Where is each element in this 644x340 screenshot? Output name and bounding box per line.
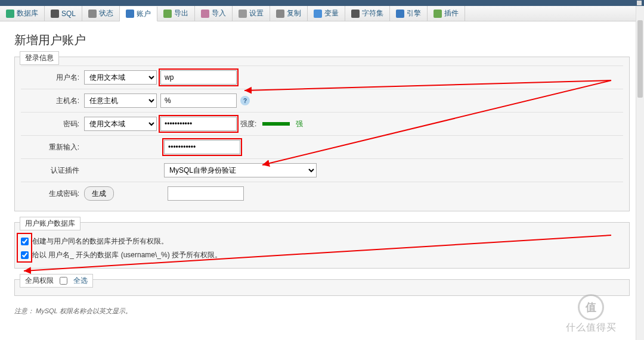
- user-db-fieldset: 用户账户数据库 创建与用户同名的数据库并授予所有权限。 给以 用户名_ 开头的数…: [14, 222, 630, 269]
- tab-label: 变量: [324, 8, 339, 18]
- tab-label: 复制: [287, 8, 301, 18]
- create-samename-db-label: 创建与用户同名的数据库并授予所有权限。: [32, 236, 168, 247]
- global-priv-title: 全局权限: [25, 276, 54, 286]
- tab-replication[interactable]: 复制: [270, 6, 308, 21]
- username-mode-select[interactable]: 使用文本域: [84, 70, 157, 85]
- tab-label: 引擎: [407, 8, 421, 18]
- database-icon: [6, 10, 14, 18]
- auth-label: 认证插件: [21, 166, 84, 176]
- charset-icon: [351, 10, 360, 18]
- engine-icon: [396, 10, 404, 18]
- page-content: 新增用户账户 登录信息 用户名: 使用文本域 主机名: 任意主机 ? 密码: 使…: [0, 21, 644, 322]
- generated-password-input[interactable]: [168, 186, 244, 201]
- strength-meter: [262, 122, 290, 126]
- watermark: 值 什么值得买: [546, 294, 636, 334]
- host-label: 主机名:: [21, 96, 84, 106]
- tab-engines[interactable]: 引擎: [390, 6, 428, 21]
- copy-icon: [276, 10, 284, 18]
- grant-prefix-db-label: 给以 用户名_ 开头的数据库 (username\_%) 授予所有权限。: [32, 250, 222, 260]
- tab-import[interactable]: 导入: [195, 6, 233, 21]
- window-titlebar: [0, 0, 644, 6]
- users-icon: [126, 10, 134, 18]
- username-input[interactable]: [160, 70, 237, 85]
- tab-status[interactable]: 状态: [82, 6, 120, 21]
- auth-plugin-select[interactable]: MySQL自带身份验证: [164, 163, 317, 177]
- export-icon: [163, 10, 172, 18]
- tab-label: 账户: [137, 9, 151, 19]
- login-legend: 登录信息: [20, 51, 59, 65]
- privilege-note: 注意： MySQL 权限名称会以英文显示。: [14, 307, 630, 316]
- plugin-icon: [434, 10, 442, 18]
- watermark-icon: 值: [578, 294, 604, 320]
- tab-export[interactable]: 导出: [157, 6, 195, 21]
- import-icon: [201, 10, 209, 18]
- tab-label: 插件: [444, 8, 459, 18]
- annotation-box: [18, 235, 30, 261]
- retype-label: 重新输入:: [21, 142, 84, 152]
- user-db-legend: 用户账户数据库: [20, 217, 80, 230]
- tab-database[interactable]: 数据库: [0, 6, 45, 21]
- help-icon[interactable]: ?: [240, 96, 250, 105]
- select-all-label[interactable]: 全选: [73, 276, 88, 286]
- tab-accounts[interactable]: 账户: [120, 7, 157, 21]
- username-label: 用户名:: [21, 73, 84, 83]
- tab-label: 字符集: [362, 8, 383, 18]
- tab-label: SQL: [61, 10, 76, 18]
- variable-icon: [314, 10, 322, 18]
- retype-input[interactable]: [164, 140, 240, 154]
- global-priv-legend: 全局权限 全选: [20, 274, 93, 288]
- tab-sql[interactable]: SQL: [45, 6, 82, 21]
- watermark-text: 什么值得买: [546, 322, 636, 334]
- tab-label: 导出: [174, 8, 188, 18]
- tab-label: 设置: [249, 8, 264, 18]
- vertical-scrollbar[interactable]: [636, 6, 644, 340]
- status-icon: [88, 10, 97, 18]
- generate-label: 生成密码:: [21, 189, 84, 199]
- close-icon[interactable]: [637, 1, 642, 5]
- password-mode-select[interactable]: 使用文本域: [84, 117, 157, 131]
- select-all-checkbox[interactable]: [60, 277, 67, 285]
- strength-text: 强: [296, 119, 303, 129]
- global-priv-fieldset: 全局权限 全选: [14, 279, 630, 296]
- strength-label: 强度:: [240, 119, 256, 129]
- host-input[interactable]: [160, 93, 237, 108]
- scrollbar-thumb[interactable]: [637, 20, 643, 98]
- tab-label: 状态: [99, 8, 113, 18]
- tab-label: 数据库: [17, 8, 38, 18]
- password-input[interactable]: [160, 117, 237, 131]
- tab-charset[interactable]: 字符集: [345, 6, 390, 21]
- sql-icon: [51, 10, 59, 18]
- tab-settings[interactable]: 设置: [233, 6, 270, 21]
- login-fieldset: 登录信息 用户名: 使用文本域 主机名: 任意主机 ? 密码: 使用文本域 强度…: [14, 57, 630, 211]
- page-title: 新增用户账户: [14, 32, 630, 48]
- tab-plugins[interactable]: 插件: [428, 6, 465, 21]
- password-label: 密码:: [21, 119, 84, 129]
- tab-variables[interactable]: 变量: [308, 6, 345, 21]
- generate-button[interactable]: 生成: [84, 186, 114, 201]
- top-tabs: 数据库 SQL 状态 账户 导出 导入 设置 复制 变量 字符集 引擎 插件: [0, 6, 644, 21]
- wrench-icon: [239, 10, 247, 18]
- host-mode-select[interactable]: 任意主机: [84, 93, 157, 108]
- tab-label: 导入: [212, 8, 226, 18]
